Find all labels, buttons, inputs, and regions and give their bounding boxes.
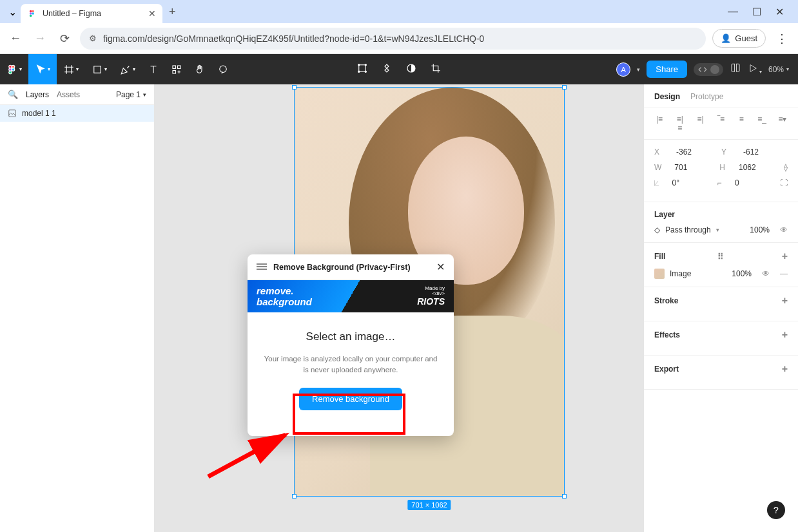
w-input[interactable]: 701 — [674, 163, 706, 172]
text-tool[interactable] — [142, 54, 165, 84]
pen-tool[interactable]: ▾ — [113, 54, 142, 84]
align-left-icon[interactable]: |≡ — [654, 115, 665, 133]
remove-fill-icon[interactable]: — — [780, 269, 788, 278]
banner-text-1: remove. — [257, 285, 312, 296]
constrain-proportions-icon[interactable]: ⟠ — [784, 163, 788, 172]
close-window-icon[interactable]: ✕ — [775, 6, 784, 18]
plugin-header[interactable]: Remove Background (Privacy-First) ✕ — [248, 254, 454, 280]
profile-guest-button[interactable]: 👤 Guest — [712, 29, 766, 48]
resize-handle-bl[interactable] — [292, 494, 297, 499]
plugin-banner: remove. background Made by <div> RIOTS — [248, 280, 454, 312]
rotation-input[interactable]: 0° — [672, 178, 705, 187]
resize-handle-tl[interactable] — [292, 85, 297, 90]
guest-label: Guest — [735, 33, 757, 43]
maximize-icon[interactable]: ☐ — [752, 6, 761, 18]
x-label: X — [654, 147, 663, 157]
add-effect-icon[interactable]: + — [782, 329, 788, 341]
corner-label: ⌐ — [717, 178, 723, 187]
fill-settings-icon[interactable]: ⠿ — [717, 252, 724, 261]
svg-point-0 — [30, 10, 32, 13]
independent-corners-icon[interactable]: ⛶ — [780, 178, 788, 187]
layer-name: model 1 1 — [22, 109, 56, 118]
svg-line-22 — [208, 435, 286, 477]
edit-object-icon[interactable] — [356, 62, 368, 77]
move-tool[interactable]: ▾ — [28, 54, 57, 84]
visibility-icon[interactable]: 👁 — [780, 225, 788, 234]
assets-tab[interactable]: Assets — [57, 90, 80, 99]
zoom-control[interactable]: 60% ▾ — [768, 65, 789, 74]
hand-tool[interactable] — [188, 54, 211, 84]
prototype-tab[interactable]: Prototype — [690, 92, 723, 101]
add-export-icon[interactable]: + — [782, 363, 788, 375]
blend-mode-select[interactable]: Pass through — [665, 225, 711, 234]
search-icon[interactable]: 🔍 — [8, 90, 18, 99]
x-input[interactable]: -362 — [676, 147, 708, 157]
remove-background-button[interactable]: Remove background — [299, 388, 402, 410]
minimize-icon[interactable]: — — [728, 6, 738, 18]
svg-rect-10 — [94, 66, 101, 73]
frame-tool[interactable]: ▾ — [57, 54, 85, 84]
url-input[interactable]: ⚙ figma.com/design/GoMmnaetkqnQHiqEZ4K95… — [80, 28, 706, 50]
fill-opacity-input[interactable]: 100% — [732, 269, 752, 278]
shape-tool[interactable]: ▾ — [85, 54, 113, 84]
resources-tool[interactable] — [165, 54, 188, 84]
y-input[interactable]: -612 — [743, 147, 775, 157]
distribute-icon[interactable]: ≡▾ — [777, 115, 788, 133]
browser-tab[interactable]: Untitled – Figma ✕ — [21, 4, 162, 23]
corner-radius-input[interactable]: 0 — [735, 178, 767, 187]
layers-tab[interactable]: Layers — [26, 90, 49, 99]
plugin-close-icon[interactable]: ✕ — [436, 261, 445, 273]
url-text: figma.com/design/GoMmnaetkqnQHiqEZ4K95f/… — [103, 33, 484, 44]
site-info-icon[interactable]: ⚙ — [89, 33, 97, 43]
add-stroke-icon[interactable]: + — [782, 295, 788, 307]
back-button[interactable]: ← — [6, 32, 24, 45]
dev-mode-toggle[interactable] — [694, 63, 723, 76]
help-button[interactable]: ? — [767, 501, 785, 519]
blend-mode-icon[interactable]: ◇ — [654, 225, 660, 234]
browser-menu-icon[interactable]: ⋮ — [772, 32, 792, 46]
fill-type-label[interactable]: Image — [670, 269, 691, 278]
present-icon[interactable]: ▾ — [748, 63, 762, 76]
stroke-section-title: Stroke — [654, 296, 678, 305]
align-right-icon[interactable]: ≡| — [696, 115, 706, 133]
align-top-icon[interactable]: ‾≡ — [715, 115, 726, 133]
h-input[interactable]: 1062 — [739, 163, 771, 172]
tab-search-dropdown[interactable]: ⌄ — [4, 3, 21, 20]
share-button[interactable]: Share — [647, 61, 687, 78]
design-panel: Design Prototype |≡ ≡|≡ ≡| ‾≡ ≡ ≡_ ≡▾ X … — [643, 84, 798, 532]
comment-tool[interactable] — [211, 54, 235, 84]
resize-handle-tr[interactable] — [562, 85, 567, 90]
person-icon: 👤 — [721, 33, 731, 43]
user-avatar[interactable]: A — [616, 62, 630, 77]
align-hcenter-icon[interactable]: ≡|≡ — [675, 115, 685, 133]
layer-item[interactable]: model 1 1 — [0, 105, 154, 122]
rotation-label: ⟀ — [654, 178, 659, 187]
mask-icon[interactable] — [405, 62, 417, 77]
design-tab[interactable]: Design — [654, 92, 680, 101]
svg-point-19 — [365, 71, 366, 72]
reload-button[interactable]: ⟳ — [55, 32, 73, 46]
tab-title: Untitled – Figma — [43, 9, 143, 18]
page-selector[interactable]: Page 1 ▾ — [116, 90, 146, 99]
library-icon[interactable] — [730, 62, 741, 77]
new-tab-button[interactable]: + — [169, 5, 176, 19]
svg-rect-12 — [178, 66, 181, 69]
chevron-down-icon: ▾ — [76, 66, 79, 72]
component-icon[interactable] — [381, 62, 393, 77]
crop-icon[interactable] — [430, 62, 442, 77]
chevron-down-icon[interactable]: ▾ — [637, 66, 640, 73]
svg-rect-21 — [9, 110, 16, 117]
fill-visibility-icon[interactable]: 👁 — [762, 269, 770, 278]
layer-opacity-input[interactable]: 100% — [750, 225, 770, 234]
resize-handle-br[interactable] — [562, 494, 567, 499]
svg-point-14 — [220, 66, 227, 73]
add-fill-icon[interactable]: + — [782, 251, 788, 262]
align-bottom-icon[interactable]: ≡_ — [757, 115, 767, 133]
fill-swatch[interactable] — [654, 269, 665, 279]
selection-dimensions-badge: 701 × 1062 — [407, 500, 451, 510]
figma-menu-button[interactable]: ▾ — [0, 54, 28, 84]
align-vcenter-icon[interactable]: ≡ — [736, 115, 746, 133]
svg-point-7 — [9, 71, 12, 74]
canvas[interactable]: 701 × 1062 Remove Background (Privacy-Fi… — [155, 84, 643, 532]
tab-close-icon[interactable]: ✕ — [148, 8, 156, 19]
